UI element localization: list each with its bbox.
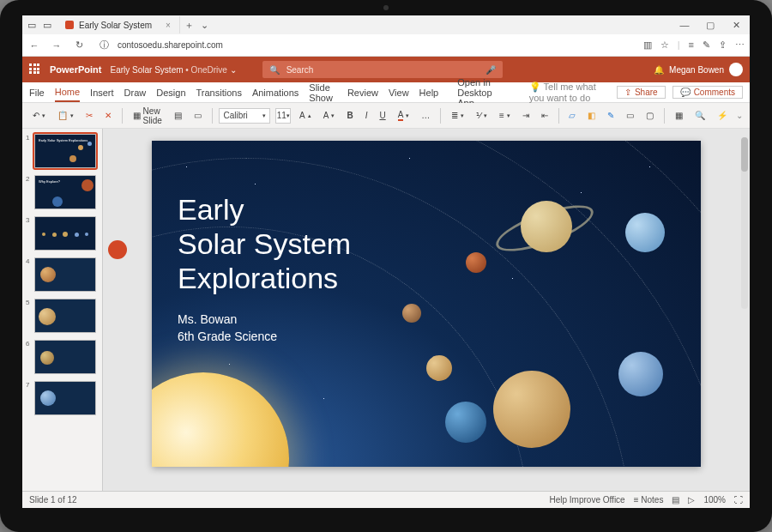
planet-graphic: [426, 355, 452, 381]
increase-font-button[interactable]: A▴: [296, 106, 315, 125]
doc-name[interactable]: Early Solar System • OneDrive ⌄: [111, 65, 237, 75]
ribbon-controls: ↶▾ 📋▾ ✂ ✕ ▦ New Slide ▤ ▭ Calibri▾ 11▾ A…: [22, 103, 750, 129]
reading-view-icon[interactable]: ▥: [643, 39, 652, 51]
layout-button[interactable]: ▤: [171, 106, 185, 125]
slide-thumbnail[interactable]: 5: [27, 299, 97, 333]
tab-group-icon[interactable]: ▭: [26, 19, 38, 31]
tab-draw[interactable]: Draw: [124, 84, 147, 101]
font-size-select[interactable]: 11▾: [275, 108, 291, 124]
highlight-button[interactable]: …: [418, 106, 433, 125]
slide-thumbnail[interactable]: 1 Early Solar System Explorations: [27, 134, 97, 168]
back-icon[interactable]: ←: [27, 40, 41, 51]
chevron-down-icon[interactable]: ⌄: [230, 65, 237, 75]
status-bar: Slide 1 of 12 Help Improve Office ≡ Note…: [22, 491, 750, 508]
fit-to-window-icon[interactable]: ⛶: [734, 495, 743, 505]
tab-animations[interactable]: Animations: [252, 84, 299, 101]
browser-tab[interactable]: Early Solar System ×: [57, 16, 180, 33]
ribbon-chevron-icon[interactable]: ⌄: [736, 111, 743, 120]
tab-group-icon-2[interactable]: ▭: [41, 19, 53, 31]
indent-less-button[interactable]: ⇤: [538, 106, 552, 125]
slide-thumbnail[interactable]: 3: [27, 216, 97, 251]
reset-button[interactable]: ▭: [190, 106, 205, 125]
slide-thumbnails-panel[interactable]: 1 Early Solar System Explorations 2 Why …: [22, 129, 103, 491]
new-tab-icon[interactable]: ＋: [184, 19, 196, 31]
slide-thumbnail[interactable]: 7: [27, 381, 97, 415]
tab-transitions[interactable]: Transitions: [196, 84, 242, 101]
underline-button[interactable]: U: [376, 106, 389, 125]
quick-styles-button[interactable]: ✎: [604, 106, 618, 125]
laser-pointer-icon[interactable]: [108, 240, 127, 259]
shape-fill-button[interactable]: ▭: [623, 106, 637, 125]
editing-area: 1 Early Solar System Explorations 2 Why …: [22, 129, 750, 491]
slide-canvas[interactable]: Early Solar System Explorations Ms. Bowa…: [152, 141, 701, 467]
slideshow-view-icon[interactable]: ▷: [688, 495, 695, 505]
browser-tabbar: ▭ ▭ Early Solar System × ＋ ⌄ — ▢ ✕: [22, 15, 750, 34]
tab-review[interactable]: Review: [347, 84, 378, 101]
zoom-level[interactable]: 100%: [703, 495, 726, 505]
browser-addressbar: ← → ↻ ⓘ contosoedu.sharepoint.com ▥ ☆ | …: [22, 34, 750, 57]
site-info-icon[interactable]: ⓘ: [100, 39, 109, 51]
notes-button[interactable]: ≡ Notes: [634, 495, 664, 505]
help-improve-link[interactable]: Help Improve Office: [549, 495, 624, 505]
tab-home[interactable]: Home: [55, 83, 80, 102]
italic-button[interactable]: I: [362, 106, 371, 125]
indent-more-button[interactable]: ⇥: [519, 106, 533, 125]
more-browser-icon[interactable]: ⋯: [735, 39, 745, 51]
app-launcher-icon[interactable]: [29, 63, 41, 76]
bold-button[interactable]: B: [343, 106, 356, 125]
user-name[interactable]: Megan Bowen: [669, 65, 724, 75]
ribbon-tabs: File Home Insert Draw Design Transitions…: [22, 82, 750, 103]
numbering-button[interactable]: ⅟▾: [473, 106, 491, 125]
close-window-icon[interactable]: ✕: [726, 20, 746, 31]
url-text[interactable]: contosoedu.sharepoint.com: [118, 40, 223, 50]
share-button[interactable]: ⇪ Share: [617, 86, 666, 99]
bullets-button[interactable]: ≣▾: [448, 106, 467, 125]
planet-graphic: [618, 352, 663, 396]
paste-button[interactable]: 📋▾: [54, 106, 77, 125]
tab-title: Early Solar System: [79, 21, 152, 30]
tab-view[interactable]: View: [389, 84, 409, 101]
forward-icon[interactable]: →: [50, 40, 63, 51]
shapes-button[interactable]: ▱: [565, 106, 579, 125]
slide-title[interactable]: Early Solar System Explorations: [178, 192, 351, 295]
slide-canvas-wrap: Early Solar System Explorations Ms. Bowa…: [103, 129, 750, 491]
minimize-window-icon[interactable]: —: [674, 20, 695, 31]
tab-design[interactable]: Design: [156, 84, 185, 101]
dictate-button[interactable]: ⚡: [714, 106, 731, 125]
slide-thumbnail[interactable]: 6: [27, 340, 97, 374]
cut-button[interactable]: ✂: [82, 106, 96, 125]
decrease-font-button[interactable]: A▾: [320, 106, 339, 125]
font-name-select[interactable]: Calibri▾: [219, 108, 270, 124]
find-button[interactable]: 🔍: [691, 106, 709, 125]
notifications-icon[interactable]: 🔔: [654, 65, 664, 75]
share-browser-icon[interactable]: ⇪: [719, 39, 727, 51]
maximize-window-icon[interactable]: ▢: [700, 20, 721, 31]
refresh-icon[interactable]: ↻: [72, 39, 86, 51]
slide-thumbnail[interactable]: 2 Why Explore?: [27, 175, 97, 209]
tab-help[interactable]: Help: [419, 84, 439, 101]
align-button[interactable]: ≡▾: [496, 106, 514, 125]
vertical-scrollbar[interactable]: [741, 137, 748, 309]
slide-subtitle[interactable]: Ms. Bowan 6th Grade Science: [178, 311, 277, 345]
arrange-button[interactable]: ◧: [584, 106, 599, 125]
design-ideas-button[interactable]: ▦: [672, 106, 686, 125]
normal-view-icon[interactable]: ▤: [672, 495, 679, 505]
tab-slideshow[interactable]: Slide Show: [309, 79, 337, 106]
tab-actions-icon[interactable]: ⌄: [199, 19, 211, 31]
avatar[interactable]: [729, 63, 743, 76]
notes-icon[interactable]: ✎: [703, 39, 710, 51]
hub-icon[interactable]: ≡: [689, 39, 694, 51]
powerpoint-favicon: [65, 21, 74, 29]
shape-outline-button[interactable]: ▢: [642, 106, 657, 125]
tab-insert[interactable]: Insert: [90, 84, 114, 101]
slide-thumbnail[interactable]: 4: [27, 257, 97, 292]
close-tab-icon[interactable]: ×: [166, 21, 171, 30]
delete-button[interactable]: ✕: [101, 106, 115, 125]
tab-file[interactable]: File: [29, 84, 45, 101]
comments-button[interactable]: 💬 Comments: [672, 86, 743, 99]
favorite-icon[interactable]: ☆: [660, 39, 669, 51]
new-slide-button[interactable]: ▦ New Slide: [130, 106, 166, 125]
planet-graphic: [466, 252, 486, 273]
font-color-button[interactable]: A▾: [395, 106, 413, 125]
undo-button[interactable]: ↶▾: [29, 106, 49, 125]
